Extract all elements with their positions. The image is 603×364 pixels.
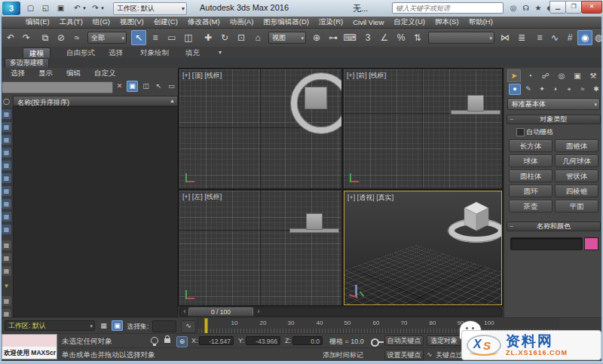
viewport-left[interactable]: [+] [左] [线框]	[179, 191, 341, 305]
menu-graph-editors[interactable]: 图形编辑器(D)	[263, 17, 309, 27]
display-filter-icon[interactable]: ▦	[2, 135, 11, 145]
display-filter-icon[interactable]: ▦	[2, 161, 11, 170]
tab-hierarchy[interactable]: ☍	[539, 69, 552, 82]
selection-lock-toggle[interactable]: ▣	[112, 320, 123, 331]
viewport-front-label[interactable]: [+] [前] [线框]	[347, 71, 386, 81]
object-name-field[interactable]	[510, 237, 583, 250]
window-crossing-icon[interactable]: ◫	[181, 30, 196, 45]
redo-icon[interactable]: ↷	[19, 30, 34, 45]
menu-modifiers[interactable]: 修改器(M)	[188, 17, 220, 27]
percent-snap-icon[interactable]: %	[393, 30, 409, 45]
primitive-tube-button[interactable]: 管状体	[555, 170, 598, 182]
display-filter-icon[interactable]: ▦	[2, 225, 11, 234]
box-object[interactable]	[305, 87, 327, 109]
primitive-torus-button[interactable]: 圆环	[509, 185, 552, 197]
workspace-selector[interactable]: 工作区: 默认 ▾	[5, 320, 95, 331]
explorer-menu-display[interactable]: 显示	[38, 69, 53, 78]
set-key-button[interactable]: 设置关键点	[384, 350, 424, 360]
selection-set-dropdown[interactable]	[152, 320, 176, 332]
select-move-icon[interactable]: ✚	[200, 30, 216, 45]
communication-center-icon[interactable]: ☊	[520, 2, 532, 14]
explorer-select-mode-icon[interactable]: ▣	[127, 81, 138, 92]
pivot-center-icon[interactable]: ⊕	[309, 30, 324, 45]
absolute-offset-toggle[interactable]: ⊕	[176, 336, 188, 347]
next-frame-icon[interactable]: ›	[254, 307, 263, 317]
primitive-cylinder-button[interactable]: 圆柱体	[509, 170, 552, 182]
3dsmax-logo-icon[interactable]: 3	[2, 2, 20, 15]
tab-modify[interactable]: ◔	[523, 69, 537, 82]
display-filter-icon[interactable]: ▦	[2, 109, 11, 119]
select-object-icon[interactable]: ↖	[131, 30, 146, 45]
bind-spacewarp-icon[interactable]: ≈	[69, 30, 84, 45]
menu-scripting[interactable]: 脚本(S)	[435, 17, 459, 27]
layer-manager-icon[interactable]: ≡	[532, 30, 547, 45]
primitive-geosphere-button[interactable]: 几何球体	[555, 154, 598, 167]
keyboard-override-icon[interactable]: ⌨	[342, 30, 357, 45]
menu-customize[interactable]: 自定义(U)	[393, 17, 425, 27]
viewport-perspective[interactable]: [+] [透视] [真实]	[344, 191, 502, 305]
category-geometry-icon[interactable]: ●	[509, 84, 521, 95]
isolate-selection-toggle[interactable]: ▦	[98, 320, 109, 331]
align-icon[interactable]: ≣	[514, 30, 529, 45]
filter-funnel-icon[interactable]: ▼	[2, 281, 11, 291]
primitive-sphere-button[interactable]: 球体	[509, 154, 552, 167]
explorer-lock-icon[interactable]: ◫	[140, 81, 152, 92]
viewport-perspective-label[interactable]: [+] [透视] [真实]	[347, 193, 393, 203]
mini-curve-editor-button[interactable]: ∿	[181, 320, 196, 333]
sort-ascending-icon[interactable]: ▲	[170, 98, 175, 103]
display-filter-icon[interactable]: ▦	[2, 253, 11, 263]
ribbon-tab-freeform[interactable]: 自由形式	[60, 47, 101, 58]
ribbon-tab-modeling[interactable]: 建模	[23, 47, 51, 59]
spinner-snap-icon[interactable]: ⇅	[410, 30, 425, 45]
select-by-name-icon[interactable]: ≡	[148, 30, 163, 45]
menu-create[interactable]: 创建(C)	[154, 17, 178, 27]
menu-animation[interactable]: 动画(A)	[230, 17, 254, 27]
time-slider-handle[interactable]: 0 / 100	[188, 307, 253, 317]
clear-search-icon[interactable]: ✕	[114, 81, 125, 92]
polygon-modeling-panel-button[interactable]: 多边形建模	[5, 58, 49, 69]
viewport-top-label[interactable]: [+] [顶] [线框]	[182, 71, 222, 81]
category-shapes-icon[interactable]: ✎	[522, 84, 534, 95]
minimize-button[interactable]: ▁	[549, 1, 566, 14]
lock-icon[interactable]	[164, 338, 170, 343]
redo-dropdown-icon[interactable]: ▾	[99, 2, 106, 14]
category-lights-icon[interactable]: ✦	[536, 84, 548, 95]
primitive-teapot-button[interactable]: 茶壶	[509, 200, 552, 213]
display-filter-icon[interactable]: ▦	[2, 186, 11, 196]
explorer-menu-edit[interactable]: 编辑	[66, 69, 81, 78]
explorer-menu-select[interactable]: 选择	[11, 69, 25, 78]
menu-tools[interactable]: 工具(T)	[60, 17, 83, 27]
maxscript-listener-line[interactable]: 欢迎使用 MAXScr	[2, 347, 57, 359]
menu-civil-view[interactable]: Civil View	[353, 18, 384, 26]
tab-motion[interactable]: ◎	[555, 69, 568, 82]
save-file-icon[interactable]: ▣	[54, 2, 67, 14]
primitive-category-dropdown[interactable]: 标准基本体 ▾	[507, 98, 600, 110]
select-manipulate-icon[interactable]: ⊶	[326, 30, 341, 45]
menu-edit[interactable]: 编辑(E)	[26, 17, 50, 27]
primitive-box-button[interactable]: 长方体	[509, 139, 552, 152]
ribbon-tab-selection[interactable]: 选择	[103, 47, 129, 58]
y-coord-field[interactable]: -43.966	[246, 336, 280, 345]
mirror-icon[interactable]: ⋈	[497, 30, 513, 45]
display-filter-icon[interactable]: ▦	[2, 266, 11, 276]
explorer-sync-icon[interactable]: ▭	[166, 81, 177, 92]
close-button[interactable]: ✕	[581, 1, 602, 14]
display-filter-icon[interactable]: ▦	[2, 240, 11, 250]
primitive-cone-button[interactable]: 圆锥体	[555, 139, 598, 152]
maxscript-mini-listener[interactable]: 欢迎使用 MAXScr	[2, 334, 57, 359]
open-file-icon[interactable]: ◱	[39, 2, 52, 14]
angle-snap-icon[interactable]: ∠	[377, 30, 392, 45]
material-editor-icon[interactable]: ◉	[577, 30, 592, 45]
auto-key-button[interactable]: 自动关键点	[384, 335, 424, 346]
named-selection-sets-dropdown[interactable]: ▾	[428, 32, 494, 44]
selection-filter-dropdown[interactable]: 全部 ▾	[87, 32, 127, 44]
search-input[interactable]	[392, 2, 504, 14]
viewport-top[interactable]: [+] [顶] [线框]	[179, 69, 341, 188]
set-key-icon[interactable]	[371, 338, 379, 347]
scene-object-list[interactable]	[13, 106, 178, 317]
current-frame-marker[interactable]	[204, 318, 208, 334]
name-color-rollout[interactable]: − 名称和颜色	[507, 222, 601, 231]
category-cameras-icon[interactable]: ◗	[549, 84, 562, 95]
rectangular-selection-icon[interactable]: ▭	[164, 30, 179, 45]
display-filter-icon[interactable]: ▦	[2, 296, 11, 306]
